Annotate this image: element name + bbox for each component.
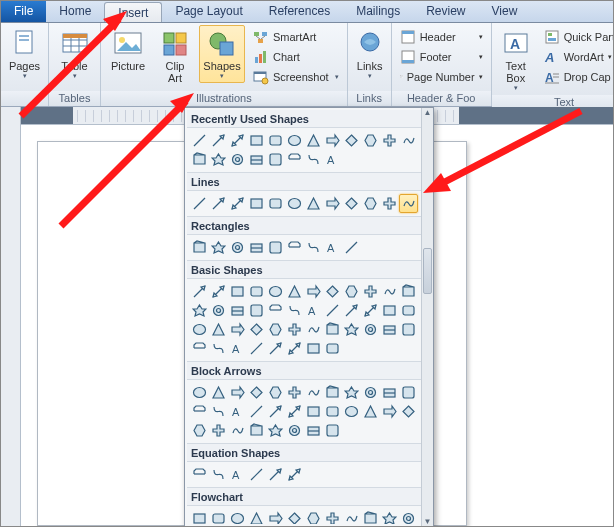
shape-item[interactable] (190, 194, 209, 213)
shape-item[interactable] (228, 509, 247, 524)
shape-item[interactable] (266, 509, 285, 524)
shape-scribble-line[interactable] (399, 194, 418, 213)
shape-item[interactable] (304, 150, 323, 169)
shape-item[interactable]: A (228, 402, 247, 421)
shape-item[interactable] (209, 150, 228, 169)
shape-item[interactable] (190, 282, 209, 301)
shape-item[interactable]: A (228, 465, 247, 484)
shape-item[interactable] (361, 509, 380, 524)
shape-item[interactable] (323, 509, 342, 524)
shape-item[interactable] (361, 320, 380, 339)
shape-item[interactable] (380, 194, 399, 213)
shape-item[interactable] (247, 465, 266, 484)
textbox-button[interactable]: A Text Box ▾ (496, 25, 536, 95)
shape-item[interactable] (342, 320, 361, 339)
shape-item[interactable]: A (323, 238, 342, 257)
shape-item[interactable] (304, 320, 323, 339)
screenshot-button[interactable]: Screenshot ▾ (249, 67, 343, 87)
shape-item[interactable] (209, 320, 228, 339)
shape-item[interactable] (266, 465, 285, 484)
shape-item[interactable] (399, 320, 418, 339)
tab-file[interactable]: File (1, 1, 46, 22)
shape-item[interactable] (380, 402, 399, 421)
shape-item[interactable] (190, 150, 209, 169)
shape-item[interactable] (323, 339, 342, 358)
shape-item[interactable] (266, 194, 285, 213)
shape-item[interactable] (304, 339, 323, 358)
shape-item[interactable] (380, 320, 399, 339)
shape-item[interactable] (304, 509, 323, 524)
clipart-button[interactable]: Clip Art (155, 25, 195, 87)
shape-item[interactable] (247, 509, 266, 524)
shape-item[interactable] (209, 509, 228, 524)
shape-item[interactable] (228, 383, 247, 402)
smartart-button[interactable]: SmartArt (249, 27, 343, 47)
shape-item[interactable] (342, 238, 361, 257)
shape-item[interactable] (323, 301, 342, 320)
shape-item[interactable] (361, 131, 380, 150)
shape-item[interactable] (304, 402, 323, 421)
shape-item[interactable] (247, 301, 266, 320)
shape-item[interactable] (342, 301, 361, 320)
shape-item[interactable] (323, 383, 342, 402)
shape-item[interactable] (323, 402, 342, 421)
shape-item[interactable] (266, 301, 285, 320)
quickparts-button[interactable]: Quick Parts▾ (540, 27, 614, 47)
shape-item[interactable] (399, 509, 418, 524)
shape-item[interactable]: A (228, 339, 247, 358)
shape-item[interactable] (209, 301, 228, 320)
shape-item[interactable] (323, 194, 342, 213)
shape-item[interactable] (266, 402, 285, 421)
shape-item[interactable] (304, 282, 323, 301)
shape-item[interactable] (361, 301, 380, 320)
shape-item[interactable]: A (304, 301, 323, 320)
shape-item[interactable] (266, 339, 285, 358)
footer-button[interactable]: Footer▾ (396, 47, 487, 67)
shape-item[interactable] (247, 383, 266, 402)
shape-item[interactable] (380, 131, 399, 150)
shape-item[interactable] (209, 465, 228, 484)
shape-item[interactable] (361, 402, 380, 421)
chart-button[interactable]: Chart (249, 47, 343, 67)
shape-item[interactable] (247, 150, 266, 169)
shape-item[interactable] (190, 238, 209, 257)
shape-item[interactable] (399, 131, 418, 150)
shape-item[interactable] (209, 131, 228, 150)
shape-item[interactable] (247, 402, 266, 421)
shape-item[interactable] (323, 131, 342, 150)
shape-item[interactable] (266, 238, 285, 257)
shape-item[interactable] (190, 320, 209, 339)
shape-item[interactable] (190, 131, 209, 150)
shape-item[interactable] (190, 509, 209, 524)
shape-item[interactable] (342, 509, 361, 524)
shape-item[interactable] (285, 150, 304, 169)
shape-item[interactable] (323, 320, 342, 339)
shape-item[interactable] (190, 421, 209, 440)
shape-item[interactable] (190, 301, 209, 320)
shape-item[interactable] (228, 194, 247, 213)
shape-item[interactable] (285, 509, 304, 524)
shape-item[interactable] (399, 383, 418, 402)
page-number-button[interactable]: #Page Number▾ (396, 67, 487, 87)
shape-item[interactable] (209, 402, 228, 421)
shape-item[interactable] (247, 131, 266, 150)
shape-item[interactable] (247, 320, 266, 339)
shape-item[interactable] (247, 421, 266, 440)
shape-item[interactable] (285, 402, 304, 421)
shape-item[interactable] (323, 282, 342, 301)
shape-item[interactable] (304, 421, 323, 440)
shape-item[interactable] (228, 301, 247, 320)
shape-item[interactable] (380, 509, 399, 524)
shape-item[interactable] (228, 320, 247, 339)
shape-item[interactable] (380, 282, 399, 301)
shape-item[interactable] (380, 383, 399, 402)
shape-item[interactable] (209, 194, 228, 213)
shape-item[interactable] (190, 465, 209, 484)
shape-item[interactable] (228, 282, 247, 301)
tab-page-layout[interactable]: Page Layout (162, 1, 255, 22)
shape-item[interactable] (247, 194, 266, 213)
shape-item[interactable] (304, 194, 323, 213)
shape-item[interactable] (399, 282, 418, 301)
tab-references[interactable]: References (256, 1, 343, 22)
shape-item[interactable] (323, 421, 342, 440)
